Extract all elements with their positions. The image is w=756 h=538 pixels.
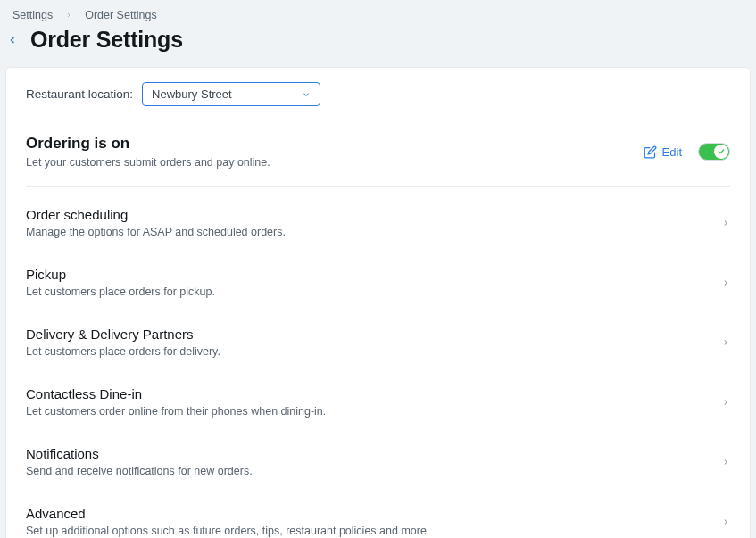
section-title: Order scheduling — [26, 207, 286, 222]
section-title: Contactless Dine-in — [26, 386, 326, 401]
pencil-icon — [644, 145, 657, 159]
section-subtitle: Manage the options for ASAP and schedule… — [26, 226, 286, 238]
chevron-right-icon — [721, 517, 730, 526]
section-contactless-dinein[interactable]: Contactless Dine-in Let customers order … — [6, 370, 750, 430]
page-title: Order Settings — [30, 27, 183, 53]
section-title: Pickup — [26, 267, 215, 282]
section-delivery[interactable]: Delivery & Delivery Partners Let custome… — [6, 310, 750, 370]
edit-button[interactable]: Edit — [644, 145, 682, 159]
section-pickup[interactable]: Pickup Let customers place orders for pi… — [6, 251, 750, 310]
location-label: Restaurant location: — [26, 87, 133, 101]
location-select[interactable]: Newbury Street — [142, 82, 320, 106]
title-row: Order Settings — [0, 27, 756, 67]
section-title: Delivery & Delivery Partners — [26, 327, 220, 342]
chevron-right-icon — [65, 12, 72, 19]
chevron-down-icon — [302, 90, 311, 99]
ordering-title: Ordering is on — [26, 135, 270, 153]
edit-label: Edit — [662, 145, 682, 159]
section-subtitle: Set up additional options such as future… — [26, 525, 429, 537]
chevron-right-icon — [721, 338, 730, 347]
breadcrumb-current: Order Settings — [85, 9, 157, 21]
section-order-scheduling[interactable]: Order scheduling Manage the options for … — [6, 191, 750, 251]
section-subtitle: Send and receive notifications for new o… — [26, 465, 253, 477]
section-subtitle: Let customers order online from their ph… — [26, 405, 326, 418]
chevron-right-icon — [721, 398, 730, 407]
ordering-toggle[interactable] — [698, 143, 730, 161]
ordering-subtitle: Let your customers submit orders and pay… — [26, 156, 270, 169]
section-advanced[interactable]: Advanced Set up additional options such … — [6, 490, 750, 538]
ordering-header: Ordering is on Let your customers submit… — [6, 119, 750, 181]
toggle-knob — [714, 145, 728, 159]
breadcrumb: Settings Order Settings — [0, 0, 756, 27]
chevron-right-icon — [721, 458, 730, 467]
location-selected-value: Newbury Street — [152, 87, 232, 101]
location-row: Restaurant location: Newbury Street — [6, 68, 750, 119]
back-button[interactable] — [5, 35, 20, 46]
section-subtitle: Let customers place orders for pickup. — [26, 286, 215, 298]
section-subtitle: Let customers place orders for delivery. — [26, 345, 220, 358]
section-title: Notifications — [26, 446, 253, 461]
chevron-right-icon — [721, 278, 730, 287]
section-notifications[interactable]: Notifications Send and receive notificat… — [6, 430, 750, 490]
section-list: Order scheduling Manage the options for … — [6, 187, 750, 538]
section-title: Advanced — [26, 506, 429, 521]
settings-card: Restaurant location: Newbury Street Orde… — [5, 67, 751, 538]
chevron-right-icon — [721, 219, 730, 228]
breadcrumb-parent[interactable]: Settings — [12, 9, 53, 21]
